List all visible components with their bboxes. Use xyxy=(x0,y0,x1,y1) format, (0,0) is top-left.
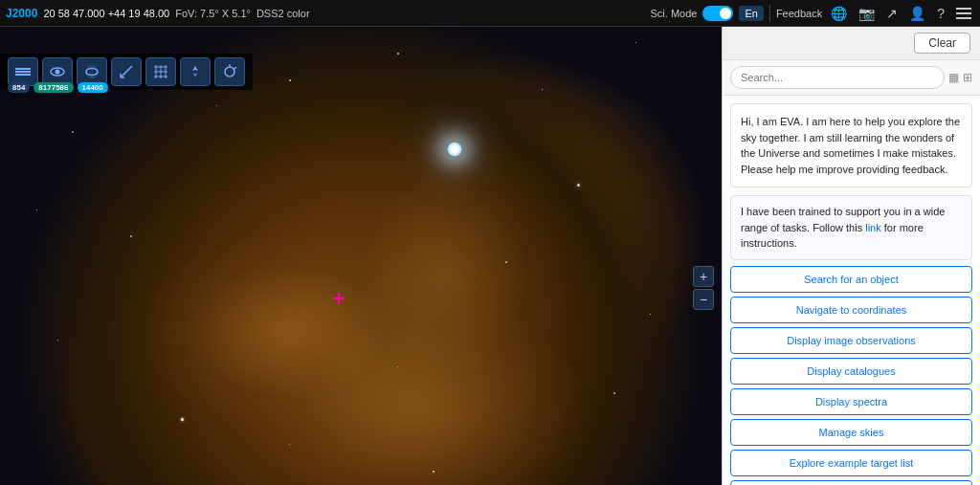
display-spectra-button[interactable]: Display spectra xyxy=(730,388,972,415)
svg-rect-1 xyxy=(15,71,31,73)
instructions-link[interactable]: link xyxy=(865,222,881,233)
globe-icon[interactable]: 🌐 xyxy=(828,6,850,21)
language-button[interactable]: En xyxy=(739,6,763,21)
sky-canvas[interactable] xyxy=(0,27,722,485)
manage-skies-button[interactable]: Manage skies xyxy=(730,419,972,446)
svg-point-4 xyxy=(56,70,60,75)
svg-line-7 xyxy=(121,66,132,77)
clear-button[interactable]: Clear xyxy=(914,33,970,54)
coordinates: 20 58 47.000 +44 19 48.00 xyxy=(43,8,169,19)
star xyxy=(650,314,651,315)
sidebar-header: Clear xyxy=(723,27,980,60)
star xyxy=(289,79,291,81)
display-catalogues-button[interactable]: Display catalogues xyxy=(730,358,972,385)
measure-button[interactable] xyxy=(111,57,142,86)
star xyxy=(130,235,132,237)
svg-rect-2 xyxy=(15,68,31,70)
survey-label: DSS2 color xyxy=(256,8,310,19)
filter-icon[interactable]: ⊞ xyxy=(963,71,972,84)
crosshair xyxy=(333,293,345,304)
sci-mode-toggle[interactable] xyxy=(702,6,733,21)
star xyxy=(397,366,398,367)
search-input[interactable] xyxy=(730,66,945,89)
search-object-button[interactable]: Search for an object xyxy=(730,266,972,293)
camera-icon[interactable]: 📷 xyxy=(856,6,878,21)
badge-14400: 14400 xyxy=(78,82,108,93)
user-icon[interactable]: 👤 xyxy=(906,6,928,21)
sky-view[interactable]: 854 8177586 14400 xyxy=(0,27,722,485)
zoom-out-button[interactable]: − xyxy=(693,289,714,310)
search-icon[interactable]: ▦ xyxy=(948,71,959,84)
zoom-controls: + − xyxy=(693,266,714,310)
main-area: 854 8177586 14400 xyxy=(0,27,980,485)
frame-label: J2000 xyxy=(6,7,37,20)
sidebar: Clear ▦ ⊞ Hi, I am EVA. I am here to hel… xyxy=(722,27,980,485)
grid-button[interactable] xyxy=(145,57,176,86)
training-message: I have been trained to support you in a … xyxy=(730,195,972,260)
svg-marker-11 xyxy=(192,73,198,77)
divider xyxy=(769,5,770,22)
share-icon[interactable]: ↗ xyxy=(883,6,901,21)
telescope-button[interactable] xyxy=(214,57,245,86)
zoom-in-button[interactable]: + xyxy=(693,266,714,287)
svg-point-5 xyxy=(86,69,98,76)
external-data-button[interactable]: External data centres xyxy=(730,480,972,486)
svg-rect-0 xyxy=(15,74,31,76)
star xyxy=(181,418,184,421)
badge-container: 854 8177586 14400 xyxy=(8,82,108,93)
menu-icon[interactable] xyxy=(953,6,974,21)
feedback-button[interactable]: Feedback xyxy=(776,8,822,19)
sidebar-search: ▦ ⊞ xyxy=(723,60,980,96)
orientation-button[interactable] xyxy=(180,57,211,86)
sci-mode-label: Sci. Mode xyxy=(651,8,698,19)
topbar: J2000 20 58 47.000 +44 19 48.00 FoV: 7.5… xyxy=(0,0,980,27)
star xyxy=(577,184,580,187)
help-icon[interactable]: ? xyxy=(934,6,947,21)
action-buttons: Search for an object Navigate to coordin… xyxy=(723,266,980,486)
display-image-button[interactable]: Display image observations xyxy=(730,327,972,354)
svg-marker-10 xyxy=(192,66,198,71)
svg-line-14 xyxy=(234,67,237,70)
star xyxy=(613,392,615,394)
eva-message: Hi, I am EVA. I am here to help you expl… xyxy=(730,103,972,187)
badge-8177586: 8177586 xyxy=(33,82,73,93)
star xyxy=(36,209,37,210)
fov-label: FoV: 7.5° X 5.1° xyxy=(175,8,251,19)
svg-point-12 xyxy=(225,67,234,77)
badge-854: 854 xyxy=(8,82,30,93)
navigate-coords-button[interactable]: Navigate to coordinates xyxy=(730,297,972,323)
explore-targets-button[interactable]: Explore example target list xyxy=(730,450,972,476)
